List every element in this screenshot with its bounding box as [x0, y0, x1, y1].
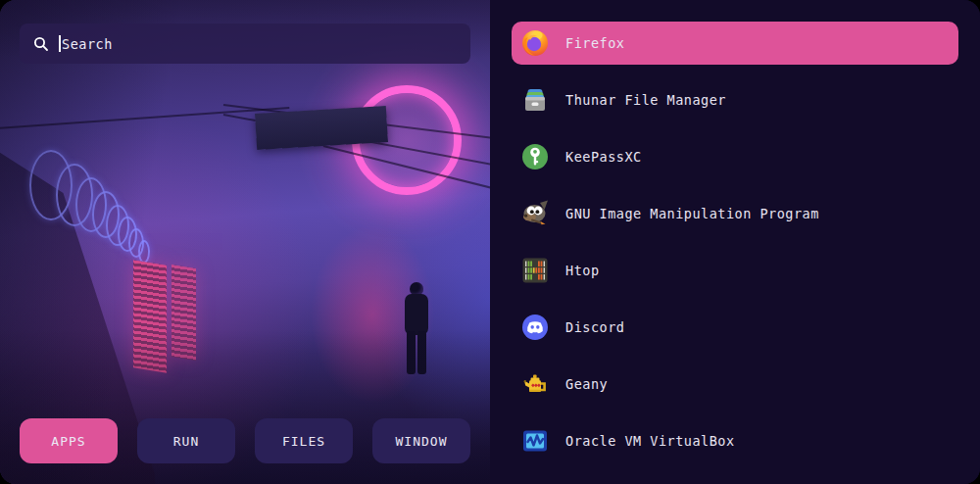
app-label: Htop: [565, 263, 600, 278]
thunar-icon: [521, 86, 549, 114]
firefox-icon: [521, 29, 549, 57]
list-item-firefox[interactable]: Firefox: [512, 22, 958, 65]
search-placeholder: Search: [62, 36, 113, 52]
list-item-keepassxc[interactable]: KeePassXC: [512, 135, 958, 178]
astronaut-figure: [400, 282, 433, 380]
pink-shutter: [133, 260, 167, 372]
discord-icon: [521, 314, 549, 341]
htop-icon: [521, 257, 549, 284]
tab-files[interactable]: FILES: [255, 418, 353, 463]
list-item-discord[interactable]: Discord: [512, 306, 958, 349]
app-label: Thunar File Manager: [565, 92, 726, 108]
list-item-thunar[interactable]: Thunar File Manager: [512, 78, 958, 121]
virtualbox-icon: [521, 427, 549, 455]
keepassxc-icon: [521, 143, 549, 170]
tab-run[interactable]: RUN: [137, 418, 235, 463]
app-label: Firefox: [565, 35, 624, 51]
app-label: GNU Image Manipulation Program: [565, 206, 819, 221]
mode-tabs: APPS RUN FILES WINDOW: [20, 418, 470, 463]
app-label: Oracle VM VirtualBox: [565, 433, 735, 449]
tab-apps[interactable]: APPS: [20, 418, 118, 463]
app-label: Geany: [565, 376, 608, 392]
left-panel: Search APPS RUN FILES WINDOW: [0, 0, 490, 484]
text-caret: [59, 35, 61, 52]
tab-window[interactable]: WINDOW: [372, 418, 470, 463]
app-label: Discord: [565, 319, 624, 335]
app-label: KeePassXC: [565, 149, 642, 165]
list-item-virtualbox[interactable]: Oracle VM VirtualBox: [512, 419, 958, 462]
list-item-geany[interactable]: Geany: [512, 363, 958, 406]
app-list: Firefox Thunar File Manager KeePassXC: [490, 0, 980, 484]
pink-shutter: [172, 265, 196, 361]
gimp-icon: [521, 200, 549, 227]
geany-icon: [521, 370, 549, 398]
list-item-htop[interactable]: Htop: [512, 249, 958, 292]
search-input[interactable]: Search: [20, 24, 470, 64]
list-item-gimp[interactable]: GNU Image Manipulation Program: [512, 192, 958, 235]
search-icon: [33, 36, 49, 52]
launcher-window: Search APPS RUN FILES WINDOW: [0, 0, 980, 484]
wallpaper-art: [0, 0, 490, 484]
